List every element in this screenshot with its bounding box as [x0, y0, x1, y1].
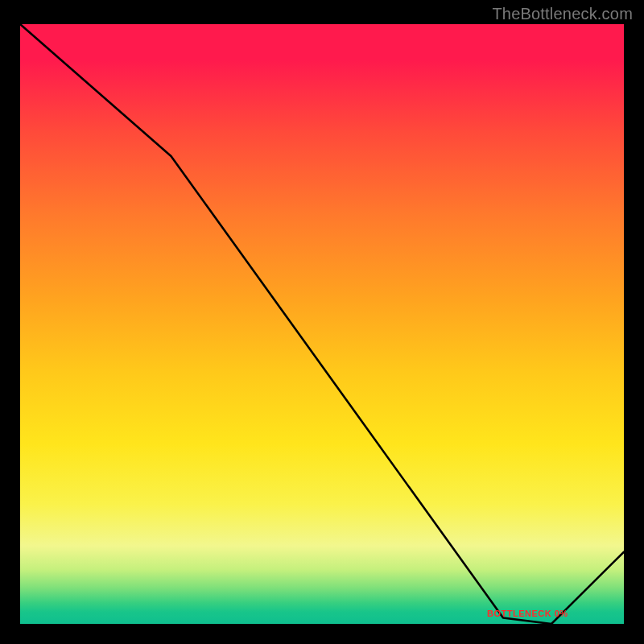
bottleneck-zero-label: BOTTLENECK 0% — [487, 609, 568, 618]
bottleneck-curve — [20, 24, 624, 624]
watermark-text: TheBottleneck.com — [492, 5, 633, 23]
chart-plot-area: BOTTLENECK 0% — [20, 24, 624, 624]
chart-frame: TheBottleneck.com BOTTLENECK 0% — [0, 0, 644, 644]
